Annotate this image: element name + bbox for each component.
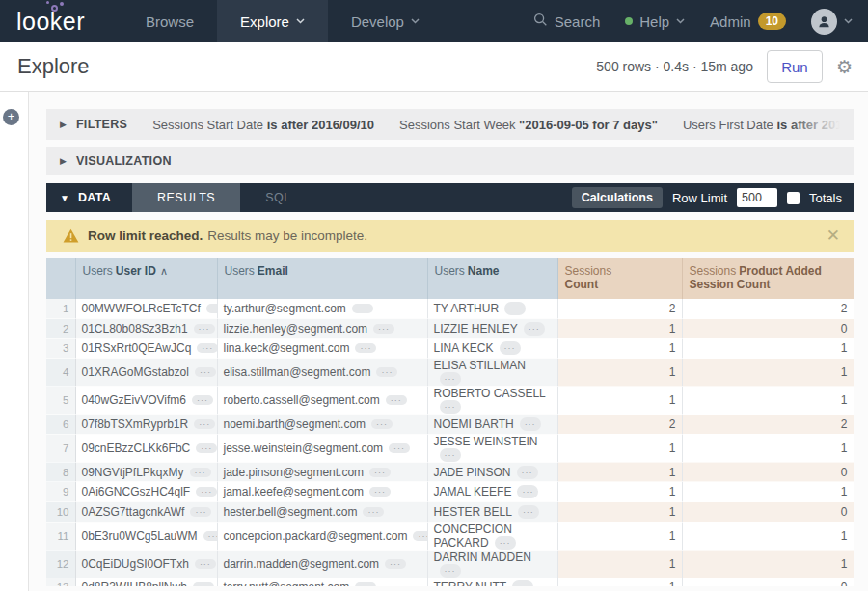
column-header-email[interactable]: UsersEmail — [217, 258, 427, 299]
cell-menu-icon[interactable]: ··· — [373, 324, 394, 334]
cell-menu-icon[interactable]: ··· — [190, 507, 211, 517]
nav-item-develop[interactable]: Develop — [328, 0, 443, 42]
calculations-button[interactable]: Calculations — [572, 187, 663, 208]
cell-email[interactable]: darrin.madden@segment.com··· — [217, 550, 427, 578]
cell-product-added-count[interactable]: 1 — [682, 522, 854, 550]
cell-sessions-count[interactable]: 1 — [557, 462, 682, 482]
cell-name[interactable]: CONCEPCION PACKARD··· — [427, 522, 557, 550]
cell-sessions-count[interactable]: 1 — [557, 522, 682, 550]
cell-sessions-count[interactable]: 1 — [557, 387, 682, 415]
cell-name[interactable]: TY ARTHUR··· — [427, 299, 557, 319]
cell-menu-icon[interactable]: ··· — [369, 468, 391, 477]
cell-menu-icon[interactable]: ··· — [363, 507, 384, 517]
column-header-product-added[interactable]: SessionsProduct Added Session Count — [682, 258, 854, 299]
nav-user-menu[interactable] — [811, 9, 853, 35]
cell-name[interactable]: LIZZIE HENLEY··· — [427, 319, 557, 339]
cell-email[interactable]: noemi.barth@segment.com··· — [217, 415, 427, 435]
cell-menu-icon[interactable]: ··· — [512, 580, 533, 586]
cell-product-added-count[interactable]: 1 — [682, 359, 854, 387]
cell-menu-icon[interactable]: ··· — [193, 582, 214, 586]
tab-results[interactable]: RESULTS — [132, 183, 240, 212]
cell-sessions-count[interactable]: 2 — [557, 415, 682, 435]
cell-menu-icon[interactable]: ··· — [352, 304, 373, 313]
cell-name[interactable]: JAMAL KEEFE··· — [427, 482, 557, 502]
cell-sessions-count[interactable]: 1 — [557, 550, 682, 578]
cell-product-added-count[interactable]: 0 — [682, 502, 854, 523]
cell-menu-icon[interactable]: ··· — [203, 531, 217, 541]
cell-product-added-count[interactable]: 0 — [682, 462, 854, 482]
cell-menu-icon[interactable]: ··· — [376, 367, 397, 377]
cell-user-id[interactable]: 09NGVtjPfLPkqxMy··· — [75, 462, 217, 482]
cell-product-added-count[interactable]: 1 — [682, 434, 854, 462]
looker-logo[interactable]: looker — [16, 0, 122, 42]
cell-email[interactable]: jesse.weinstein@segment.com··· — [217, 434, 427, 462]
cell-menu-icon[interactable]: ··· — [197, 343, 217, 353]
cell-name[interactable]: HESTER BELL··· — [427, 502, 557, 523]
cell-menu-icon[interactable]: ··· — [440, 564, 461, 578]
cell-sessions-count[interactable]: 1 — [557, 482, 682, 502]
cell-menu-icon[interactable]: ··· — [504, 302, 526, 315]
cell-menu-icon[interactable]: ··· — [195, 367, 216, 377]
cell-menu-icon[interactable]: ··· — [389, 443, 410, 453]
cell-user-id[interactable]: 0d8R3WIUB8pllNwh··· — [75, 578, 217, 586]
cell-sessions-count[interactable]: 1 — [557, 502, 682, 523]
cell-menu-icon[interactable]: ··· — [517, 466, 538, 479]
cell-menu-icon[interactable]: ··· — [196, 487, 217, 497]
cell-sessions-count[interactable]: 1 — [557, 319, 682, 339]
cell-sessions-count[interactable]: 1 — [557, 578, 682, 586]
cell-product-added-count[interactable]: 2 — [682, 415, 854, 435]
cell-user-id[interactable]: 0AZSG7ttagcnkAWf··· — [75, 502, 217, 523]
cell-user-id[interactable]: 09cnEBzzCLKk6FbC··· — [75, 434, 217, 462]
column-header-count[interactable]: SessionsCount — [557, 258, 682, 299]
cell-menu-icon[interactable]: ··· — [190, 468, 211, 477]
cell-menu-icon[interactable]: ··· — [355, 343, 376, 353]
cell-user-id[interactable]: 01XRAGoMGstabzol··· — [75, 359, 217, 387]
cell-name[interactable]: JESSE WEINSTEIN··· — [427, 434, 557, 462]
cell-user-id[interactable]: 0CqEiDUgSI0OFTxh··· — [75, 550, 217, 578]
cell-user-id[interactable]: 0Ai6GNCGszHC4qlF··· — [75, 482, 217, 502]
cell-user-id[interactable]: 0bE3ru0WCg5LauWM··· — [75, 522, 217, 550]
cell-menu-icon[interactable]: ··· — [495, 536, 516, 550]
cell-name[interactable]: DARRIN MADDEN··· — [427, 550, 557, 578]
nav-item-browse[interactable]: Browse — [122, 0, 217, 42]
add-button[interactable]: + — [3, 109, 19, 125]
filters-bar[interactable]: ▶ FILTERS Sessions Start Date is after 2… — [46, 109, 854, 140]
cell-email[interactable]: terry.nutt@segment.com··· — [217, 578, 427, 586]
cell-menu-icon[interactable]: ··· — [440, 448, 461, 462]
nav-search[interactable]: Search — [533, 13, 601, 30]
cell-email[interactable]: hester.bell@segment.com··· — [217, 502, 427, 523]
cell-sessions-count[interactable]: 2 — [557, 299, 682, 319]
cell-menu-icon[interactable]: ··· — [520, 417, 541, 431]
close-icon[interactable]: ✕ — [827, 226, 840, 246]
cell-user-id[interactable]: 01RSxRrt0QEAwJCq··· — [75, 338, 217, 359]
filter-sessions-start-week[interactable]: Sessions Start Week "2016-09-05 for 7 da… — [399, 118, 658, 132]
cell-name[interactable]: JADE PINSON··· — [427, 462, 557, 482]
cell-product-added-count[interactable]: 0 — [682, 578, 854, 586]
run-button[interactable]: Run — [767, 50, 823, 83]
filter-sessions-start-date[interactable]: Sessions Start Date is after 2016/09/10 — [152, 118, 374, 132]
tab-sql[interactable]: SQL — [240, 183, 316, 212]
filter-users-first-date[interactable]: Users First Date is after 2016/09/10 — [683, 118, 854, 132]
cell-email[interactable]: roberto.cassell@segment.com··· — [217, 387, 427, 415]
cell-menu-icon[interactable]: ··· — [517, 485, 538, 498]
cell-email[interactable]: concepcion.packard@segment.com··· — [217, 522, 427, 550]
cell-email[interactable]: lizzie.henley@segment.com··· — [217, 319, 427, 339]
cell-menu-icon[interactable]: ··· — [524, 322, 545, 336]
collapse-arrow-icon[interactable]: ▼ — [60, 193, 69, 203]
cell-product-added-count[interactable]: 1 — [682, 338, 854, 359]
totals-checkbox[interactable] — [787, 192, 800, 204]
cell-email[interactable]: elisa.stillman@segment.com··· — [217, 359, 427, 387]
cell-user-id[interactable]: 01CL80b08Sz3Bzh1··· — [75, 319, 217, 339]
cell-name[interactable]: TERRY NUTT··· — [427, 578, 557, 586]
cell-menu-icon[interactable]: ··· — [194, 419, 215, 429]
cell-product-added-count[interactable]: 1 — [682, 482, 854, 502]
cell-menu-icon[interactable]: ··· — [192, 395, 213, 405]
nav-admin[interactable]: Admin 10 — [710, 13, 786, 30]
cell-sessions-count[interactable]: 1 — [557, 434, 682, 462]
cell-email[interactable]: jamal.keefe@segment.com··· — [217, 482, 427, 502]
cell-product-added-count[interactable]: 1 — [682, 387, 854, 415]
cell-menu-icon[interactable]: ··· — [518, 505, 539, 519]
visualization-bar[interactable]: ▶ VISUALIZATION — [46, 147, 854, 175]
cell-name[interactable]: LINA KECK··· — [427, 338, 557, 359]
nav-help[interactable]: Help — [625, 13, 685, 30]
